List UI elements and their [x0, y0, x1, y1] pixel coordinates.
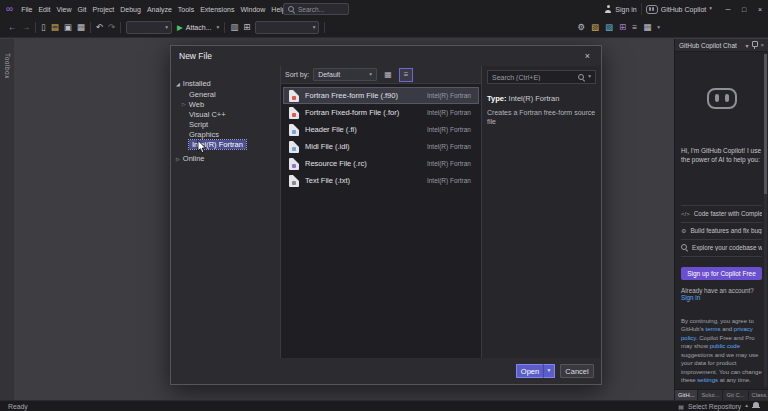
- feature-build-fix[interactable]: ⚙ Build features and fix bugs wi: [681, 223, 762, 240]
- settings-link[interactable]: settings: [697, 377, 718, 383]
- attach-dropdown-icon[interactable]: ▾: [217, 25, 220, 31]
- tree-item-script[interactable]: Script: [171, 119, 280, 129]
- toolbar-separator: [90, 22, 91, 33]
- menu-extensions[interactable]: Extensions: [197, 5, 237, 14]
- configuration-dropdown[interactable]: ▾: [126, 21, 172, 34]
- tree-collapsed-icon[interactable]: ▷: [176, 156, 180, 162]
- sort-dropdown[interactable]: Default ▾: [313, 68, 377, 81]
- save-icon[interactable]: ▣: [64, 23, 72, 32]
- copilot-feature-list: </> Code faster with Completions ⚙ Build…: [681, 205, 762, 257]
- tree-item-graphics[interactable]: Graphics: [171, 129, 280, 139]
- template-row-midl-file[interactable]: Midl File (.idl) Intel(R) Fortran: [283, 138, 479, 155]
- toolbar-overflow-icon[interactable]: ▾: [657, 25, 660, 31]
- navigate-forward-icon[interactable]: →: [22, 23, 31, 32]
- copilot-signin-link[interactable]: Sign in: [681, 294, 700, 301]
- pin-icon[interactable]: [751, 41, 757, 49]
- solution-explorer-icon[interactable]: ▧: [591, 23, 599, 32]
- feature-label: Code faster with Completions: [694, 210, 762, 217]
- menu-file[interactable]: File: [18, 5, 35, 14]
- terms-link[interactable]: terms: [706, 326, 721, 332]
- debug-target-dropdown[interactable]: ▾: [255, 21, 319, 34]
- attach-button[interactable]: ▶ Attach...: [177, 23, 211, 32]
- navigate-back-icon[interactable]: ←: [8, 23, 17, 32]
- close-button[interactable]: ×: [752, 0, 768, 18]
- feature-completions[interactable]: </> Code faster with Completions: [681, 206, 762, 223]
- global-search-box[interactable]: Search...: [283, 3, 349, 15]
- template-search-box[interactable]: Search (Ctrl+E) ▾: [487, 70, 596, 84]
- global-search-placeholder: Search...: [298, 6, 324, 13]
- undo-icon[interactable]: ↶: [96, 23, 103, 32]
- memory-window-icon[interactable]: ▥: [230, 23, 238, 32]
- menu-debug[interactable]: Debug: [117, 5, 144, 14]
- tab-solution-explorer[interactable]: Solut...: [698, 390, 722, 400]
- tree-node-online[interactable]: ▷ Online: [171, 153, 280, 164]
- menu-project[interactable]: Project: [89, 5, 117, 14]
- tree-collapsed-icon[interactable]: ▷: [182, 101, 186, 107]
- minimize-button[interactable]: ─: [720, 0, 736, 18]
- chevron-down-icon[interactable]: ▾: [745, 42, 748, 49]
- team-explorer-icon[interactable]: ▨: [605, 23, 613, 32]
- template-row-text-file[interactable]: Text File (.txt) Intel(R) Fortran: [283, 172, 479, 189]
- select-repository-button[interactable]: Select Repository: [688, 403, 741, 410]
- menu-analyze[interactable]: Analyze: [144, 5, 175, 14]
- maximize-button[interactable]: □: [736, 0, 752, 18]
- feedback-icon[interactable]: ▦: [643, 23, 651, 32]
- template-type: Intel(R) Fortran: [427, 177, 473, 184]
- tree-node-installed[interactable]: ◢ Installed: [171, 78, 280, 89]
- open-folder-icon[interactable]: ▤: [51, 23, 59, 32]
- toolbar-separator: [120, 22, 121, 33]
- open-dropdown-button[interactable]: ▾: [543, 364, 555, 378]
- public-code-link[interactable]: public code: [710, 343, 740, 349]
- menu-view[interactable]: View: [53, 5, 74, 14]
- tree-item-general[interactable]: General: [171, 89, 280, 99]
- properties-window-icon[interactable]: ≡: [632, 23, 637, 32]
- copilot-scrollbar[interactable]: [764, 54, 767, 387]
- feature-explore-codebase[interactable]: Explore your codebase with C: [681, 240, 762, 257]
- menu-window[interactable]: Window: [237, 5, 268, 14]
- tab-git-changes[interactable]: Git C...: [723, 390, 747, 400]
- menu-edit[interactable]: Edit: [35, 5, 53, 14]
- notifications-bell-icon[interactable]: [752, 402, 760, 410]
- template-name: Resource File (.rc): [305, 159, 421, 168]
- tab-github-copilot[interactable]: GitH...: [675, 390, 697, 400]
- template-row-fortran-fixed-form[interactable]: Fortran Fixed-form File (.for) Intel(R) …: [283, 104, 479, 121]
- tree-item-web[interactable]: ▷ Web: [171, 99, 280, 109]
- status-ready: Ready: [8, 403, 28, 410]
- list-view-button[interactable]: ≡: [399, 68, 413, 82]
- tree-item-visual-cpp[interactable]: Visual C++: [171, 109, 280, 119]
- copilot-signup-button[interactable]: Sign up for Copilot Free: [681, 267, 762, 280]
- template-row-fortran-free-form[interactable]: Fortran Free-form File (.f90) Intel(R) F…: [283, 87, 479, 104]
- menu-tools[interactable]: Tools: [175, 5, 197, 14]
- redo-icon[interactable]: ↷: [108, 23, 115, 32]
- template-row-header-file[interactable]: Header File (.fi) Intel(R) Fortran: [283, 121, 479, 138]
- left-rail: Toolbox: [0, 39, 14, 400]
- copilot-panel-title: GitHub Copilot Chat: [679, 42, 742, 49]
- tab-class-view[interactable]: Class...: [749, 390, 768, 400]
- new-file-dialog: New File × ◢ Installed General ▷ Web Vis…: [170, 45, 602, 385]
- small-icons-view-button[interactable]: ▦: [381, 68, 395, 82]
- legal-text: at any time.: [718, 377, 751, 383]
- settings-gear-icon[interactable]: ⚙: [577, 23, 585, 32]
- copilot-button-label: GitHub Copilot: [661, 6, 707, 13]
- template-row-resource-file[interactable]: Resource File (.rc) Intel(R) Fortran: [283, 155, 479, 172]
- dialog-title: New File: [179, 51, 212, 61]
- save-all-icon[interactable]: ▦: [77, 23, 85, 32]
- toolbox-tab[interactable]: Toolbox: [4, 53, 11, 79]
- chevron-down-icon: ▾: [709, 6, 712, 12]
- feature-label: Explore your codebase with C: [692, 244, 762, 251]
- menu-git[interactable]: Git: [75, 5, 90, 14]
- tree-item-intel-fortran[interactable]: Intel(R) Fortran: [171, 139, 280, 149]
- cancel-button[interactable]: Cancel: [560, 364, 594, 378]
- new-file-icon[interactable]: ▯: [41, 23, 46, 32]
- dialog-titlebar[interactable]: New File ×: [171, 46, 601, 66]
- sign-in-button[interactable]: Sign in: [604, 5, 636, 13]
- extensions-icon[interactable]: ⊞: [619, 23, 626, 32]
- panel-close-icon[interactable]: ×: [760, 42, 764, 48]
- dialog-close-button[interactable]: ×: [582, 51, 593, 61]
- github-copilot-button[interactable]: GitHub Copilot ▾: [641, 3, 716, 15]
- open-button[interactable]: Open: [516, 364, 543, 378]
- watch-window-icon[interactable]: ⊞: [243, 23, 250, 32]
- copilot-panel-header[interactable]: GitHub Copilot Chat ▾ ×: [675, 39, 768, 52]
- tree-expander-icon[interactable]: ◢: [176, 81, 180, 87]
- dialog-footer: Open ▾ Cancel: [171, 358, 601, 384]
